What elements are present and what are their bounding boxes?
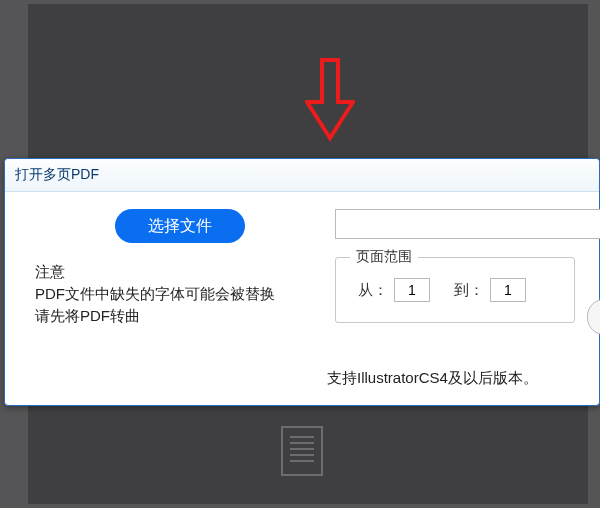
support-text: 支持IllustratorCS4及以后版本。	[327, 369, 538, 388]
select-file-label: 选择文件	[148, 216, 212, 237]
note-block: 注意 PDF文件中缺失的字体可能会被替换 请先将PDF转曲	[35, 261, 305, 327]
to-page-input[interactable]	[490, 278, 526, 302]
document-thumbnail-icon	[280, 425, 324, 481]
note-heading: 注意	[35, 261, 305, 283]
note-line-2: 请先将PDF转曲	[35, 305, 305, 327]
page-range-legend: 页面范围	[350, 248, 418, 266]
dialog-body: 选择文件 注意 PDF文件中缺失的字体可能会被替换 请先将PDF转曲 页面范围 …	[15, 199, 599, 405]
from-page-input[interactable]	[394, 278, 430, 302]
from-label: 从：	[358, 281, 388, 300]
svg-rect-0	[282, 427, 322, 475]
file-path-input[interactable]	[335, 209, 600, 239]
dialog-titlebar[interactable]: 打开多页PDF	[5, 159, 599, 192]
note-line-1: PDF文件中缺失的字体可能会被替换	[35, 283, 305, 305]
red-arrow-down-icon	[305, 58, 355, 146]
page-range-row: 从： 到：	[358, 278, 526, 302]
select-file-button[interactable]: 选择文件	[115, 209, 245, 243]
to-label: 到：	[454, 281, 484, 300]
open-multipage-pdf-dialog: 打开多页PDF 选择文件 注意 PDF文件中缺失的字体可能会被替换 请先将PDF…	[4, 158, 600, 406]
dialog-title: 打开多页PDF	[15, 166, 99, 184]
page-range-group: 页面范围 从： 到：	[335, 257, 575, 323]
round-action-button[interactable]	[587, 299, 600, 335]
